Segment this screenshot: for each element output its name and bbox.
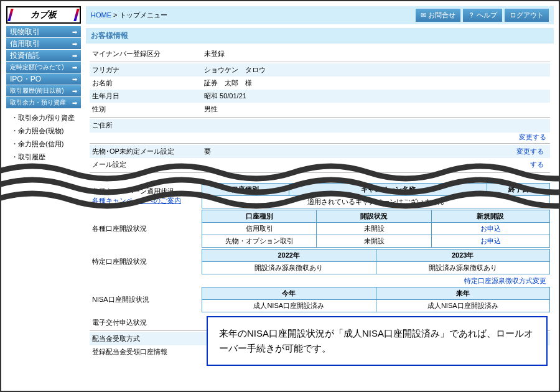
subnav-item[interactable]: ・取引履歴 [11, 151, 78, 164]
nisa-row-label: NISA口座開設状況 [90, 287, 202, 312]
accounts-row-label: 各種口座開設状況 [90, 210, 202, 248]
sex-label: 性別 [92, 105, 204, 114]
subnav-label: 余力照会(現物) [18, 127, 63, 134]
apply-link[interactable]: お申込 [480, 225, 501, 232]
nav-label: 信用取引 [10, 39, 40, 49]
breadcrumb-home[interactable]: HOME [91, 11, 111, 19]
section-title: お客様情報 [86, 28, 554, 44]
nav-genbutsu[interactable]: 現物取引➡ [6, 26, 81, 37]
nav-label: 現物取引 [10, 27, 40, 37]
name-label: お名前 [92, 78, 204, 88]
th-acct-new: 新規開設 [431, 210, 549, 223]
arrow-right-icon: ➡ [72, 29, 77, 35]
acct-r1-type: 信用取引 [202, 223, 317, 235]
tokutei-change-link[interactable]: 特定口座源泉徴収方式変更 [90, 274, 550, 286]
campaign-table: 口座種別キャンペーン名称終了日 適用されているキャンペーンはございません [202, 183, 550, 208]
nav-yoryoku[interactable]: 取引余力・預り資産➡ [6, 97, 81, 108]
furigana-value: ショウケン タロウ [204, 65, 548, 75]
subnav-label: 取引履歴 [18, 153, 45, 161]
change-link[interactable]: 変更する [498, 147, 548, 156]
nav-shinyou[interactable]: 信用取引➡ [6, 38, 81, 49]
tokutei-row-label: 特定口座開設状況 [90, 249, 202, 274]
breadcrumb: HOME > トップメニュー [91, 11, 167, 20]
help-button[interactable]: ？ ヘルプ [463, 9, 502, 22]
touroku-label: 登録配当金受領口座情報 [92, 347, 204, 357]
birth-label: 生年月日 [92, 91, 204, 101]
th-y1: 2022年 [202, 250, 376, 262]
tokutei-table: 2022年2023年 開設済み源泉徴収あり開設済み源泉徴収あり [202, 249, 550, 274]
annotation-callout: 来年のNISA口座開設状況が「成人NISA口座開設済み」であれば、ロールオーバー… [207, 316, 548, 366]
nav-label: 投資信託 [10, 50, 40, 61]
apply-link[interactable]: お申込 [480, 237, 501, 245]
nisa-this-value: 成人NISA口座開設済み [202, 300, 376, 312]
contact-button[interactable]: ✉ お問合せ [416, 9, 460, 22]
sakimono-value: 要 [204, 147, 498, 156]
denshi-label: 電子交付申込状況 [92, 318, 204, 327]
th-end: 終了日 [487, 184, 550, 196]
nav-toushin[interactable]: 投資信託➡ [6, 50, 81, 61]
subnav-item[interactable]: ・余力照会(現物) [11, 124, 78, 138]
nav-label: IPO・PO [10, 74, 41, 85]
subnav-item[interactable]: ・取引余力/預り資産 [11, 111, 78, 124]
breadcrumb-current: トップメニュー [119, 11, 167, 19]
nav-ipo[interactable]: IPO・PO➡ [6, 73, 81, 85]
campaign-row-label: 各種キャンペーン適用状況 各種キャンペーンへのご案内 [90, 183, 202, 208]
sakimono-label: 先物･OP未約定メール設定 [92, 147, 204, 156]
sidebar-nav: 現物取引➡ 信用取引➡ 投資信託➡ 定時定額(つみたて)➡ IPO・PO➡ 取引… [6, 26, 81, 108]
nav-rireki[interactable]: 取引履歴(前日以前)➡ [6, 85, 81, 96]
campaign-none: 適用されているキャンペーンはございません [202, 196, 550, 208]
th-acct-status: 開設状況 [317, 210, 431, 223]
nisa-table: 今年 来年 成人NISA口座開設済み 成人NISA口座開設済み [202, 287, 550, 312]
sex-value: 男性 [204, 105, 548, 114]
haitou-label: 配当金受取方式 [92, 334, 204, 343]
acct-r2-status: 未開設 [317, 235, 431, 248]
nav-label: 定時定額(つみたて) [10, 63, 64, 72]
campaign-link[interactable]: 各種キャンペーンへのご案内 [92, 197, 181, 204]
acct-r2-type: 先物・オプション取引 [202, 235, 317, 248]
subnav-item[interactable]: ・余力照会(信用) [11, 138, 78, 151]
th-nisa-this: 今年 [202, 287, 376, 300]
arrow-right-icon: ➡ [72, 40, 77, 47]
sidebar-subnav: ・取引余力/預り資産 ・余力照会(現物) ・余力照会(信用) ・取引履歴 [6, 109, 81, 166]
name-value: 証券 太郎 様 [204, 78, 548, 88]
logout-button[interactable]: ログアウト [505, 9, 549, 22]
nav-teiji[interactable]: 定時定額(つみたて)➡ [6, 62, 81, 73]
arrow-right-icon: ➡ [72, 64, 77, 71]
mynumber-label: マイナンバー登録区分 [92, 49, 204, 58]
nav-label: 取引履歴(前日以前) [10, 86, 64, 95]
th-y2: 2023年 [376, 250, 550, 262]
mynumber-value: 未登録 [204, 49, 548, 58]
address-label: ご住所 [92, 121, 204, 131]
subnav-label: 取引余力/預り資産 [18, 114, 75, 121]
acct-r1-status: 未開設 [317, 223, 431, 235]
th-name: キャンペーン名称 [289, 184, 487, 196]
mail-label: メール設定 [92, 160, 204, 169]
subnav-label: 余力照会(信用) [18, 140, 63, 147]
arrow-right-icon: ➡ [72, 52, 77, 59]
arrow-right-icon: ➡ [72, 88, 77, 95]
breadcrumb-sep: > [111, 11, 119, 19]
arrow-right-icon: ➡ [72, 76, 77, 83]
furigana-label: フリガナ [92, 65, 204, 75]
nisa-next-value: 成人NISA口座開設済み [376, 300, 550, 312]
th-type: 口座種別 [202, 184, 289, 196]
th-nisa-next: 来年 [376, 287, 550, 300]
birth-value: 昭和 50/01/21 [204, 91, 548, 101]
arrow-right-icon: ➡ [72, 100, 77, 106]
nav-label: 取引余力・預り資産 [10, 98, 66, 107]
change-link[interactable]: 変更する [90, 133, 550, 142]
logo: カブ板 [6, 6, 81, 24]
tokutei-s1: 開設済み源泉徴収あり [202, 262, 376, 274]
accounts-table: 口座種別開設状況新規開設 信用取引未開設お申込 先物・オプション取引未開設お申込 [202, 210, 550, 248]
topbar: HOME > トップメニュー ✉ お問合せ ？ ヘルプ ログアウト [86, 6, 554, 24]
th-acct-type: 口座種別 [202, 210, 317, 223]
tokutei-s2: 開設済み源泉徴収あり [376, 262, 550, 274]
